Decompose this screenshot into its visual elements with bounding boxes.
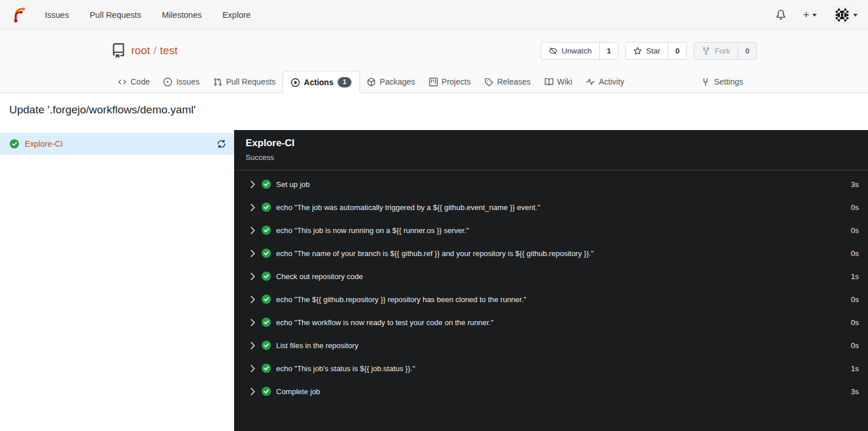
git-pull-request-icon bbox=[213, 78, 222, 86]
star-button[interactable]: Star 0 bbox=[625, 42, 687, 60]
success-check-icon bbox=[10, 139, 19, 148]
nav-pull-requests[interactable]: Pull Requests bbox=[90, 10, 141, 20]
package-icon bbox=[367, 78, 376, 86]
tab-packages[interactable]: Packages bbox=[360, 71, 422, 93]
success-check-icon bbox=[262, 249, 271, 258]
unwatch-label: Unwatch bbox=[561, 47, 592, 55]
tab-label: Code bbox=[131, 77, 150, 86]
step-duration: 3s bbox=[851, 180, 859, 189]
repo-tabs: Code Issues Pull Requests bbox=[111, 71, 757, 93]
tab-label: Releases bbox=[497, 77, 530, 86]
job-list-item-explore-ci[interactable]: Explore-CI bbox=[0, 133, 234, 155]
step-name: echo "The workflow is now ready to test … bbox=[276, 318, 494, 327]
step-duration: 0s bbox=[851, 318, 859, 327]
chevron-right-icon bbox=[250, 181, 255, 188]
step-row-echo-status[interactable]: echo "This job's status is ${{ job.statu… bbox=[234, 357, 868, 380]
step-row-echo-cloned[interactable]: echo "The ${{ github.repository }} repos… bbox=[234, 288, 868, 311]
success-check-icon bbox=[262, 203, 271, 212]
step-duration: 0s bbox=[851, 203, 859, 212]
notifications-button[interactable] bbox=[776, 10, 786, 20]
workflow-run-view: Explore-CI Explore-CI Success Set up job… bbox=[0, 130, 868, 431]
eye-slash-icon bbox=[549, 47, 557, 55]
success-check-icon bbox=[262, 226, 271, 235]
step-name: List files in the repository bbox=[276, 341, 358, 350]
project-board-icon bbox=[429, 78, 438, 86]
tab-activity[interactable]: Activity bbox=[579, 71, 631, 93]
success-check-icon bbox=[262, 295, 271, 304]
repo-owner-link[interactable]: root bbox=[131, 44, 150, 57]
job-status-text: Success bbox=[246, 153, 856, 162]
jobs-sidebar: Explore-CI bbox=[0, 130, 234, 431]
wrench-icon bbox=[701, 78, 710, 86]
unwatch-button[interactable]: Unwatch 1 bbox=[541, 42, 618, 60]
actions-count-badge: 1 bbox=[338, 77, 351, 87]
tab-label: Issues bbox=[176, 77, 199, 86]
bell-icon bbox=[776, 10, 786, 20]
tab-releases[interactable]: Releases bbox=[477, 71, 537, 93]
tab-issues[interactable]: Issues bbox=[156, 71, 206, 93]
chevron-right-icon bbox=[250, 365, 255, 372]
tab-pull-requests[interactable]: Pull Requests bbox=[207, 71, 282, 93]
step-row-list-files[interactable]: List files in the repository 0s bbox=[234, 334, 868, 357]
success-check-icon bbox=[262, 180, 271, 189]
watchers-count[interactable]: 1 bbox=[599, 43, 618, 59]
tab-wiki[interactable]: Wiki bbox=[538, 71, 579, 93]
nav-explore[interactable]: Explore bbox=[223, 10, 251, 20]
pulse-icon bbox=[586, 78, 595, 86]
tab-label: Actions bbox=[304, 78, 333, 87]
repo-icon bbox=[111, 43, 126, 58]
step-row-echo-trigger[interactable]: echo "The job was automatically triggere… bbox=[234, 196, 868, 219]
step-name: echo "This job is now running on a ${{ r… bbox=[276, 226, 469, 235]
step-row-checkout[interactable]: Check out repository code 1s bbox=[234, 265, 868, 288]
issue-opened-icon bbox=[163, 78, 172, 86]
create-new-button[interactable]: + bbox=[803, 9, 817, 20]
step-duration: 3s bbox=[851, 387, 859, 396]
success-check-icon bbox=[262, 364, 271, 373]
tab-label: Pull Requests bbox=[226, 77, 276, 86]
tab-projects[interactable]: Projects bbox=[422, 71, 478, 93]
chevron-right-icon bbox=[250, 388, 255, 395]
tab-actions[interactable]: Actions 1 bbox=[282, 71, 360, 93]
nav-issues[interactable]: Issues bbox=[45, 10, 69, 20]
forgejo-logo[interactable] bbox=[10, 6, 28, 24]
tab-settings[interactable]: Settings bbox=[694, 71, 750, 93]
tab-label: Settings bbox=[714, 77, 743, 86]
top-navbar: Issues Pull Requests Milestones Explore … bbox=[0, 0, 868, 30]
repo-header: root / test Unwatch 1 bbox=[0, 30, 868, 93]
chevron-right-icon bbox=[250, 296, 255, 303]
book-icon bbox=[545, 78, 553, 86]
user-menu-button[interactable] bbox=[834, 7, 858, 23]
job-title: Explore-CI bbox=[246, 138, 856, 149]
step-row-echo-branch[interactable]: echo "The name of your branch is ${{ git… bbox=[234, 242, 868, 265]
success-check-icon bbox=[262, 318, 271, 327]
refresh-icon[interactable] bbox=[217, 139, 226, 148]
star-label: Star bbox=[646, 47, 660, 55]
step-name: echo "This job's status is ${{ job.statu… bbox=[276, 364, 415, 373]
nav-milestones[interactable]: Milestones bbox=[162, 10, 201, 20]
repo-name-link[interactable]: test bbox=[160, 44, 178, 57]
step-row-complete-job[interactable]: Complete job 3s bbox=[234, 380, 868, 403]
tab-label: Packages bbox=[380, 77, 415, 86]
chevron-right-icon bbox=[250, 273, 255, 280]
step-duration: 0s bbox=[851, 249, 859, 258]
step-row-set-up-job[interactable]: Set up job 3s bbox=[234, 173, 868, 196]
step-duration: 0s bbox=[851, 341, 859, 350]
fork-button: Fork 0 bbox=[694, 42, 757, 60]
stars-count[interactable]: 0 bbox=[668, 43, 687, 59]
chevron-right-icon bbox=[250, 342, 255, 349]
step-row-echo-runner-os[interactable]: echo "This job is now running on a ${{ r… bbox=[234, 219, 868, 242]
code-icon bbox=[118, 78, 127, 86]
step-duration: 1s bbox=[851, 364, 859, 373]
main-nav: Issues Pull Requests Milestones Explore bbox=[45, 10, 251, 20]
repo-action-buttons: Unwatch 1 Star 0 bbox=[541, 42, 757, 60]
tab-label: Projects bbox=[442, 77, 471, 86]
step-name: echo "The ${{ github.repository }} repos… bbox=[276, 295, 526, 304]
success-check-icon bbox=[262, 387, 271, 396]
step-row-echo-ready[interactable]: echo "The workflow is now ready to test … bbox=[234, 311, 868, 334]
chevron-down-icon bbox=[812, 14, 817, 17]
fork-label: Fork bbox=[714, 47, 730, 55]
plus-icon: + bbox=[803, 9, 809, 20]
tab-code[interactable]: Code bbox=[111, 71, 156, 93]
forks-count: 0 bbox=[737, 43, 756, 59]
fork-icon bbox=[702, 47, 710, 55]
